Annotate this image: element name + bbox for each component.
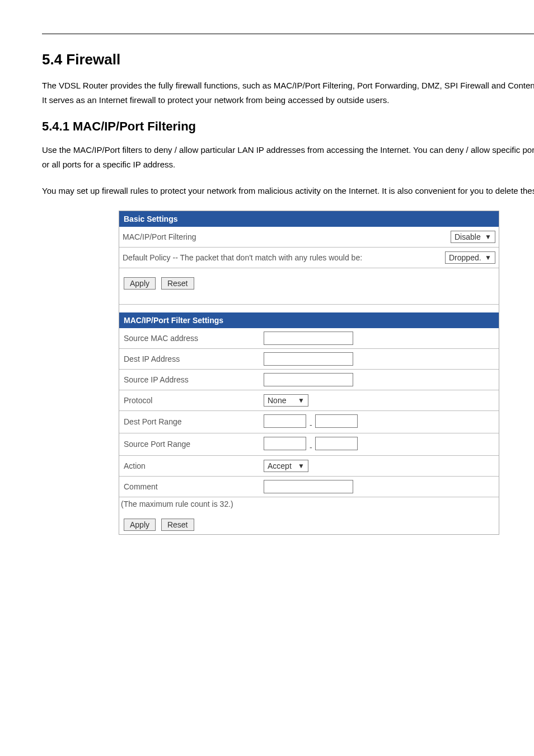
src-mac-input[interactable]	[264, 332, 353, 345]
dest-ip-input[interactable]	[264, 352, 353, 366]
filter-apply-button[interactable]: Apply	[124, 519, 156, 531]
src-port-label: Source Port Range	[123, 437, 263, 451]
protocol-value: None	[268, 396, 286, 405]
max-rule-footnote: (The maximum rule count is 32.)	[119, 497, 499, 511]
intro-paragraph: The VDSL Router provides the fully firew…	[42, 78, 534, 107]
gap-row	[119, 305, 499, 312]
dest-port-label: Dest Port Range	[123, 415, 263, 428]
action-select[interactable]: Accept ▼	[264, 460, 308, 472]
src-ip-label: Source IP Address	[123, 373, 263, 386]
section-heading: 5.4 Firewall	[42, 51, 534, 68]
protocol-label: Protocol	[123, 394, 263, 407]
protocol-select[interactable]: None ▼	[264, 394, 308, 407]
protocol-row: Protocol None ▼	[119, 390, 499, 411]
filtering-value: Disable	[455, 232, 481, 241]
action-row: Action Accept ▼	[119, 456, 499, 477]
top-rule	[42, 34, 534, 34]
src-port-from-input[interactable]	[264, 437, 306, 450]
dest-port-to-input[interactable]	[315, 414, 358, 428]
range-separator: -	[308, 421, 313, 430]
sub-paragraph-2: You may set up firewall rules to protect…	[42, 184, 534, 198]
src-port-to-input[interactable]	[315, 437, 358, 450]
dest-port-row: Dest Port Range -	[119, 411, 499, 433]
comment-row: Comment	[119, 477, 499, 497]
dest-port-from-input[interactable]	[264, 414, 306, 428]
policy-label: Default Policy -- The packet that don't …	[123, 253, 445, 262]
src-ip-row: Source IP Address	[119, 370, 499, 390]
src-mac-label: Source MAC address	[123, 332, 263, 345]
basic-button-row: Apply Reset	[119, 268, 499, 305]
chevron-down-icon: ▼	[485, 233, 491, 241]
action-value: Accept	[268, 461, 292, 470]
dest-ip-row: Dest IP Address	[119, 349, 499, 370]
sub-paragraph-1: Use the MAC/IP/Port filters to deny / al…	[42, 143, 534, 171]
policy-value: Dropped.	[449, 253, 481, 262]
basic-reset-button[interactable]: Reset	[161, 277, 194, 290]
filtering-select[interactable]: Disable ▼	[451, 231, 495, 243]
range-separator: -	[308, 443, 313, 452]
filter-reset-button[interactable]: Reset	[161, 519, 194, 531]
filter-settings-header: MAC/IP/Port Filter Settings	[119, 312, 499, 328]
filter-button-row: Apply Reset	[119, 511, 499, 534]
filtering-row: MAC/IP/Port Filtering Disable ▼	[119, 227, 499, 248]
settings-panel: Basic Settings MAC/IP/Port Filtering Dis…	[119, 211, 499, 535]
comment-label: Comment	[123, 480, 263, 493]
action-label: Action	[123, 459, 263, 473]
basic-settings-header: Basic Settings	[119, 211, 499, 227]
policy-select[interactable]: Dropped. ▼	[445, 251, 495, 264]
chevron-down-icon: ▼	[298, 462, 305, 470]
src-port-row: Source Port Range -	[119, 433, 499, 456]
chevron-down-icon: ▼	[298, 396, 305, 404]
chevron-down-icon: ▼	[485, 254, 491, 262]
comment-input[interactable]	[264, 480, 353, 493]
src-mac-row: Source MAC address	[119, 328, 499, 349]
sub-section-heading: 5.4.1 MAC/IP/Port Filtering	[42, 119, 534, 134]
policy-row: Default Policy -- The packet that don't …	[119, 248, 499, 268]
src-ip-input[interactable]	[264, 373, 353, 386]
filtering-label: MAC/IP/Port Filtering	[123, 232, 451, 241]
dest-ip-label: Dest IP Address	[123, 352, 263, 366]
basic-apply-button[interactable]: Apply	[124, 277, 156, 290]
